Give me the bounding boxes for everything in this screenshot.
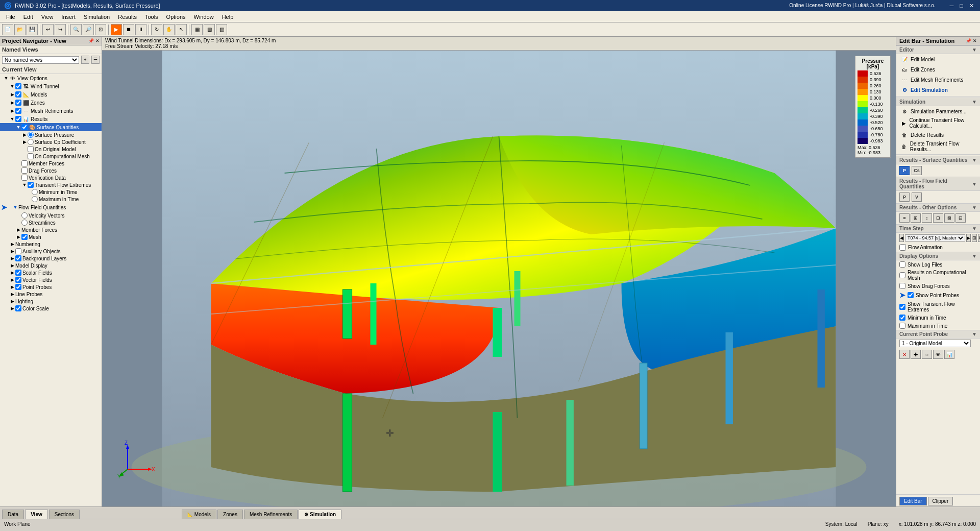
tb-zoom-fit[interactable]: ⊡: [95, 24, 106, 35]
tb-select[interactable]: ↖: [176, 24, 187, 35]
rp-edit-zones[interactable]: 🗂 Edit Zones: [896, 64, 980, 75]
tb-pause[interactable]: ⏸: [135, 24, 146, 35]
rp-close[interactable]: ✕: [973, 38, 977, 43]
expand-surface-pressure[interactable]: ▶: [21, 132, 28, 138]
tree-aux-objects[interactable]: ▶ Auxiliary Objects: [0, 248, 102, 255]
check-member-forces-1[interactable]: [21, 160, 28, 166]
rp-delete-transient[interactable]: 🗑 Delete Transient Flow Results...: [896, 140, 980, 153]
radio-streamlines[interactable]: [21, 220, 28, 226]
rp-edit-sim[interactable]: ⚙ Edit Simulation: [896, 85, 980, 95]
rp-edit-model[interactable]: 📝 Edit Model: [896, 54, 980, 64]
menu-edit[interactable]: Edit: [19, 13, 37, 21]
menu-results[interactable]: Results: [114, 13, 141, 21]
opt-btn-3[interactable]: ↕: [922, 213, 932, 223]
tree-surface-pressure[interactable]: ▶ Surface Pressure: [0, 131, 102, 138]
rp-probe-section[interactable]: Current Point Probe ▼: [896, 330, 980, 339]
expand-color-scale[interactable]: ▶: [9, 305, 15, 311]
rp-timestep-section[interactable]: Time Step ▼: [896, 224, 980, 233]
expand-zones[interactable]: ▶: [9, 100, 15, 106]
menu-simulation[interactable]: Simulation: [80, 13, 114, 21]
rp-edit-mesh-ref[interactable]: ⋯ Edit Mesh Refinements: [896, 75, 980, 85]
surface-btn-cs[interactable]: Cs: [912, 166, 922, 175]
check-verif-data[interactable]: [21, 175, 28, 181]
rp-results-surface-section[interactable]: Results - Surface Quantities ▼: [896, 156, 980, 164]
tree-vector-fields[interactable]: ▶ Vector Fields: [0, 276, 102, 283]
tree-flow-field-qty[interactable]: ➤ ▼ Flow Field Quantities: [0, 203, 102, 212]
menu-tools[interactable]: Tools: [141, 13, 162, 21]
check-show-log[interactable]: [899, 261, 905, 268]
named-views-list[interactable]: ☰: [91, 56, 100, 64]
expand-surface-qty[interactable]: ▼: [15, 124, 21, 130]
expand-max[interactable]: [28, 196, 32, 202]
check-wind-tunnel[interactable]: [15, 83, 21, 89]
probe-delete[interactable]: ✕: [899, 350, 910, 359]
flow-btn-v[interactable]: V: [912, 192, 922, 202]
expand-models[interactable]: ▶: [9, 91, 15, 98]
tree-on-orig-model[interactable]: On Original Model: [0, 146, 102, 153]
check-mesh[interactable]: [21, 234, 28, 240]
expand-numbering[interactable]: ▶: [9, 241, 15, 247]
expand-transient[interactable]: ▼: [21, 182, 28, 188]
tree-wind-tunnel[interactable]: ▼ 🏗 Wind Tunnel: [0, 82, 102, 90]
tb-new[interactable]: 📄: [2, 24, 13, 35]
menu-window[interactable]: Window: [190, 13, 218, 21]
tree-view-options[interactable]: ▼ 👁 View Options: [0, 74, 102, 82]
rp-flow-field-section[interactable]: Results - Flow Field Quantities ▼: [896, 177, 980, 191]
check-results[interactable]: [15, 116, 21, 122]
tree-point-probes[interactable]: ▶ Point Probes: [0, 283, 102, 291]
check-aux[interactable]: [15, 248, 21, 254]
nav-dock[interactable]: 📌: [88, 38, 94, 43]
tb-rotate[interactable]: ↻: [151, 24, 162, 35]
expand-scalar[interactable]: ▶: [9, 270, 15, 276]
expand-point-probes[interactable]: ▶: [9, 284, 15, 290]
rp-tab-clipper[interactable]: Clipper: [928, 497, 953, 505]
probe-chart[interactable]: 📊: [944, 350, 954, 359]
tree-model-display[interactable]: ▶ Model Display: [0, 262, 102, 269]
tree-streamlines[interactable]: Streamlines: [0, 219, 102, 226]
flow-btn-p[interactable]: P: [899, 192, 910, 202]
rp-dock[interactable]: 📌: [966, 38, 971, 43]
rp-editor-section[interactable]: Editor ▼: [896, 45, 980, 54]
tb-zoom-in[interactable]: 🔍: [70, 24, 82, 35]
check-drag-forces[interactable]: [21, 167, 28, 174]
tb-pan[interactable]: ✋: [163, 24, 175, 35]
expand-vector[interactable]: ▶: [9, 277, 15, 283]
surface-btn-p[interactable]: P: [899, 166, 910, 175]
check-bg[interactable]: [15, 255, 21, 261]
rp-continue-transient[interactable]: ▶ Continue Transient Flow Calculat...: [896, 116, 980, 130]
check-vector[interactable]: [15, 277, 21, 283]
menu-file[interactable]: File: [2, 13, 19, 21]
minimize-button[interactable]: ─: [948, 3, 956, 9]
rp-delete-results[interactable]: 🗑 Delete Results: [896, 130, 980, 140]
check-scalar[interactable]: [15, 270, 21, 276]
tab-view[interactable]: View: [25, 510, 48, 519]
title-bar-controls[interactable]: Online License RWIND Pro | Lukáš Jurča |…: [789, 3, 976, 9]
tree-transient[interactable]: ▼ Transient Flow Extremes: [0, 181, 102, 188]
ts-next[interactable]: ▶: [966, 234, 971, 242]
check-surface-qty[interactable]: [21, 124, 28, 130]
tab-sections[interactable]: Sections: [49, 510, 80, 519]
expand-aux[interactable]: ▶: [9, 248, 15, 254]
expand-mesh-ref[interactable]: ▶: [9, 108, 15, 114]
maximize-button[interactable]: □: [958, 3, 965, 9]
nav-close[interactable]: ✕: [95, 38, 100, 43]
expand-flow-field[interactable]: ▼: [12, 204, 18, 210]
rp-sim-section[interactable]: Simulation ▼: [896, 98, 980, 106]
tree-scalar-fields[interactable]: ▶ Scalar Fields: [0, 269, 102, 276]
tree-line-probes[interactable]: ▶ Line Probes: [0, 291, 102, 298]
tb-render2[interactable]: ▧: [204, 24, 215, 35]
check-transient[interactable]: [28, 182, 34, 188]
expand-mesh[interactable]: ▶: [15, 234, 21, 240]
tab-zones[interactable]: Zones: [217, 510, 243, 519]
named-views-select[interactable]: No named views: [2, 56, 79, 64]
expand-view-options[interactable]: ▼: [3, 75, 9, 81]
tb-redo[interactable]: ↪: [55, 24, 66, 35]
menu-options[interactable]: Options: [162, 13, 190, 21]
rp-sim-params[interactable]: ⚙ Simulation Parameters...: [896, 106, 980, 116]
tab-simulation[interactable]: ⚙ Simulation: [299, 510, 341, 519]
radio-min-time[interactable]: [32, 189, 38, 195]
expand-wind-tunnel[interactable]: ▼: [9, 83, 15, 89]
tb-stop[interactable]: ⏹: [123, 24, 134, 35]
rp-tab-editbar[interactable]: Edit Bar: [899, 497, 927, 505]
check-models[interactable]: [15, 91, 21, 98]
